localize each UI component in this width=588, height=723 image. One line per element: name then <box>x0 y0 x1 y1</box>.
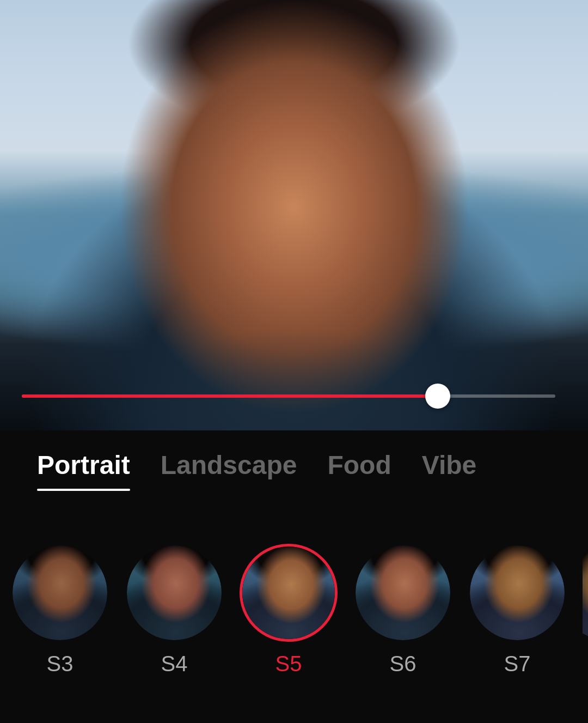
category-tabs: PortraitLandscapeFoodVibe <box>0 430 588 491</box>
preset-thumb-s7 <box>468 544 566 642</box>
intensity-slider-container <box>22 390 555 398</box>
preset-item-s7[interactable]: S7 <box>468 544 566 676</box>
photo-area <box>0 0 588 430</box>
tab-vibe[interactable]: Vibe <box>407 441 492 491</box>
tab-underline <box>37 489 130 491</box>
preset-thumb-s4 <box>125 544 223 642</box>
preset-thumb-inner-s4 <box>127 545 222 640</box>
slider-track[interactable] <box>22 394 555 398</box>
slider-thumb[interactable] <box>425 384 450 409</box>
preset-thumb-s6 <box>354 544 452 642</box>
preset-thumb-s5 <box>240 544 338 642</box>
preset-thumb-inner-s5 <box>242 546 335 639</box>
preset-thumb-inner-s8 <box>583 545 588 640</box>
tab-landscape[interactable]: Landscape <box>145 441 313 491</box>
preset-item-s6[interactable]: S6 <box>354 544 452 676</box>
preset-label-s7: S7 <box>504 652 531 676</box>
app: PortraitLandscapeFoodVibe S3S4S5S6S7S <box>0 0 588 723</box>
preset-item-s3[interactable]: S3 <box>11 544 109 676</box>
bottom-panel: PortraitLandscapeFoodVibe S3S4S5S6S7S <box>0 430 588 723</box>
tab-label-landscape: Landscape <box>161 451 297 479</box>
preset-label-s4: S4 <box>161 652 188 676</box>
tab-food[interactable]: Food <box>312 441 406 491</box>
preset-thumb-inner-s7 <box>470 545 565 640</box>
person-photo <box>0 0 588 430</box>
tab-portrait[interactable]: Portrait <box>22 441 145 491</box>
tab-label-vibe: Vibe <box>422 451 477 479</box>
presets-row: S3S4S5S6S7S <box>0 491 588 723</box>
preset-item-s5[interactable]: S5 <box>240 544 338 676</box>
preset-label-s3: S3 <box>47 652 74 676</box>
tab-label-portrait: Portrait <box>37 451 130 479</box>
slider-fill <box>22 394 438 398</box>
preset-thumb-inner-s3 <box>13 545 107 640</box>
preset-label-s6: S6 <box>390 652 416 676</box>
preset-thumb-s3 <box>11 544 109 642</box>
preset-label-s5: S5 <box>275 652 302 676</box>
preset-item-s8[interactable]: S <box>583 544 588 676</box>
preset-item-s4[interactable]: S4 <box>125 544 223 676</box>
preset-thumb-s8 <box>583 544 588 642</box>
tab-label-food: Food <box>327 451 391 479</box>
preset-thumb-inner-s6 <box>356 545 450 640</box>
